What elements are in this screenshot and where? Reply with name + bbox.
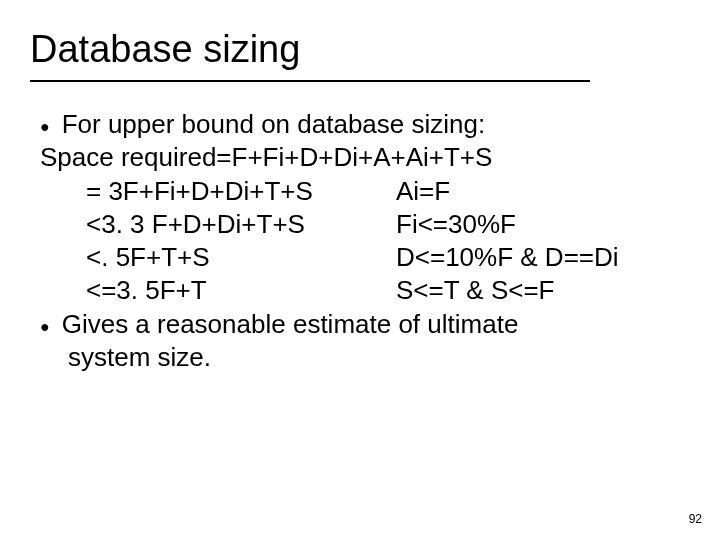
derivation-right-3: D<=10%F & D==Di — [396, 241, 680, 274]
bullet-dot-icon: ● — [40, 108, 62, 140]
bullet-item-1: ● For upper bound on database sizing: — [40, 108, 680, 141]
title-underline — [30, 80, 590, 82]
line-7b-text: system size. — [40, 341, 680, 374]
derivation-row-1: = 3F+Fi+D+Di+T+S Ai=F — [40, 175, 680, 208]
slide-body: ● For upper bound on database sizing: Sp… — [40, 108, 680, 374]
derivation-row-4: <=3. 5F+T S<=T & S<=F — [40, 274, 680, 307]
derivation-left-4: <=3. 5F+T — [86, 274, 396, 307]
derivation-left-3: <. 5F+T+S — [86, 241, 396, 274]
derivation-left-1: = 3F+Fi+D+Di+T+S — [86, 175, 396, 208]
formula-line-1: Space required=F+Fi+D+Di+A+Ai+T+S — [40, 141, 680, 174]
bullet-item-2: ● Gives a reasonable estimate of ultimat… — [40, 308, 680, 341]
derivation-left-2: <3. 3 F+D+Di+T+S — [86, 208, 396, 241]
derivation-right-1: Ai=F — [396, 175, 680, 208]
derivation-row-3: <. 5F+T+S D<=10%F & D==Di — [40, 241, 680, 274]
derivation-right-4: S<=T & S<=F — [396, 274, 680, 307]
bullet-dot-icon: ● — [40, 308, 62, 340]
slide-title: Database sizing — [30, 28, 300, 71]
derivation-row-2: <3. 3 F+D+Di+T+S Fi<=30%F — [40, 208, 680, 241]
slide: Database sizing ● For upper bound on dat… — [0, 0, 720, 540]
line-1-text: For upper bound on database sizing: — [62, 108, 486, 141]
page-number: 92 — [689, 512, 702, 526]
derivation-right-2: Fi<=30%F — [396, 208, 680, 241]
line-7a-text: Gives a reasonable estimate of ultimate — [62, 308, 519, 341]
